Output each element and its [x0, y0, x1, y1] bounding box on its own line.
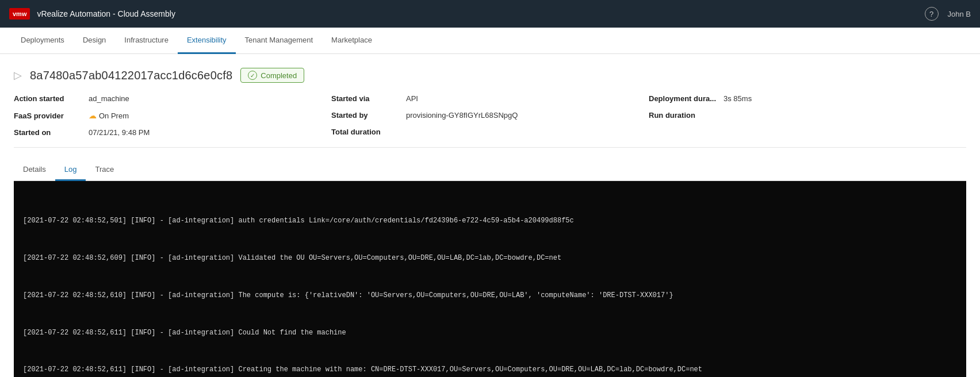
- deployment-duration-value: 3s 85ms: [723, 94, 752, 103]
- started-by-label: Started by: [331, 111, 406, 120]
- started-on-pair: Started on 07/21/21, 9:48 PM: [14, 128, 331, 137]
- top-bar-right: ? John B: [925, 7, 971, 21]
- run-duration-pair: Run duration: [649, 111, 966, 120]
- app-title: vRealize Automation - Cloud Assembly: [37, 9, 175, 18]
- started-via-value: API: [406, 94, 418, 103]
- started-on-label: Started on: [14, 128, 89, 137]
- faas-provider-value: ☁ On Prem: [89, 111, 129, 120]
- on-prem-icon: ☁ On Prem: [89, 111, 129, 120]
- vmw-logo: vmw: [9, 8, 30, 20]
- action-started-value: ad_machine: [89, 94, 129, 103]
- user-name: John B: [948, 10, 971, 18]
- action-started-pair: Action started ad_machine: [14, 94, 331, 103]
- deployment-duration-pair: Deployment dura... 3s 85ms: [649, 94, 966, 103]
- log-area: [2021-07-22 02:48:52,501] [INFO] - [ad-i…: [14, 181, 966, 377]
- main-nav: Deployments Design Infrastructure Extens…: [0, 28, 980, 54]
- started-by-pair: Started by provisioning-GY8fIGYrL68SNpgQ: [331, 111, 649, 120]
- nav-tab-marketplace[interactable]: Marketplace: [322, 28, 381, 54]
- run-duration-label: Run duration: [649, 111, 723, 120]
- top-bar: vmw vRealize Automation - Cloud Assembly…: [0, 0, 980, 28]
- cloud-symbol: ☁: [89, 111, 97, 120]
- nav-tab-tenant-management[interactable]: Tenant Management: [236, 28, 323, 54]
- nav-tab-design[interactable]: Design: [74, 28, 115, 54]
- tab-details[interactable]: Details: [14, 159, 55, 181]
- faas-provider-label: FaaS provider: [14, 111, 89, 120]
- total-duration-label: Total duration: [331, 128, 406, 136]
- status-badge: ✓ Completed: [240, 68, 304, 83]
- log-line-5: [2021-07-22 02:48:52,611] [INFO] - [ad-i…: [23, 364, 957, 376]
- total-duration-pair: Total duration: [331, 128, 649, 136]
- nav-tab-infrastructure[interactable]: Infrastructure: [115, 28, 178, 54]
- help-icon[interactable]: ?: [925, 7, 939, 21]
- started-on-value: 07/21/21, 9:48 PM: [89, 128, 150, 137]
- faas-provider-pair: FaaS provider ☁ On Prem: [14, 111, 331, 120]
- completed-check-icon: ✓: [248, 71, 257, 80]
- deployment-duration-label: Deployment dura...: [649, 94, 723, 103]
- meta-col-1: Action started ad_machine FaaS provider …: [14, 94, 331, 137]
- log-line-1: [2021-07-22 02:48:52,501] [INFO] - [ad-i…: [23, 215, 957, 228]
- main-content: ▷ 8a7480a57ab04122017acc1d6c6e0cf8 ✓ Com…: [0, 54, 980, 377]
- log-line-4: [2021-07-22 02:48:52,611] [INFO] - [ad-i…: [23, 327, 957, 340]
- meta-col-3: Deployment dura... 3s 85ms Run duration: [649, 94, 966, 137]
- status-label: Completed: [261, 71, 297, 80]
- tab-log[interactable]: Log: [55, 159, 86, 181]
- play-icon[interactable]: ▷: [14, 69, 22, 82]
- started-via-label: Started via: [331, 94, 406, 103]
- on-prem-text: On Prem: [99, 111, 129, 120]
- meta-col-2: Started via API Started by provisioning-…: [331, 94, 649, 137]
- nav-tab-extensibility[interactable]: Extensibility: [178, 28, 236, 54]
- meta-grid: Action started ad_machine FaaS provider …: [14, 94, 966, 148]
- log-line-2: [2021-07-22 02:48:52,609] [INFO] - [ad-i…: [23, 252, 957, 265]
- tab-trace[interactable]: Trace: [86, 159, 123, 181]
- log-line-3: [2021-07-22 02:48:52,610] [INFO] - [ad-i…: [23, 290, 957, 302]
- title-row: ▷ 8a7480a57ab04122017acc1d6c6e0cf8 ✓ Com…: [14, 68, 966, 83]
- action-id: 8a7480a57ab04122017acc1d6c6e0cf8: [30, 69, 232, 82]
- sub-tabs: Details Log Trace: [14, 159, 966, 181]
- started-via-pair: Started via API: [331, 94, 649, 103]
- top-bar-left: vmw vRealize Automation - Cloud Assembly: [9, 8, 175, 20]
- action-started-label: Action started: [14, 94, 89, 103]
- started-by-value: provisioning-GY8fIGYrL68SNpgQ: [406, 111, 518, 120]
- nav-tab-deployments[interactable]: Deployments: [12, 28, 74, 54]
